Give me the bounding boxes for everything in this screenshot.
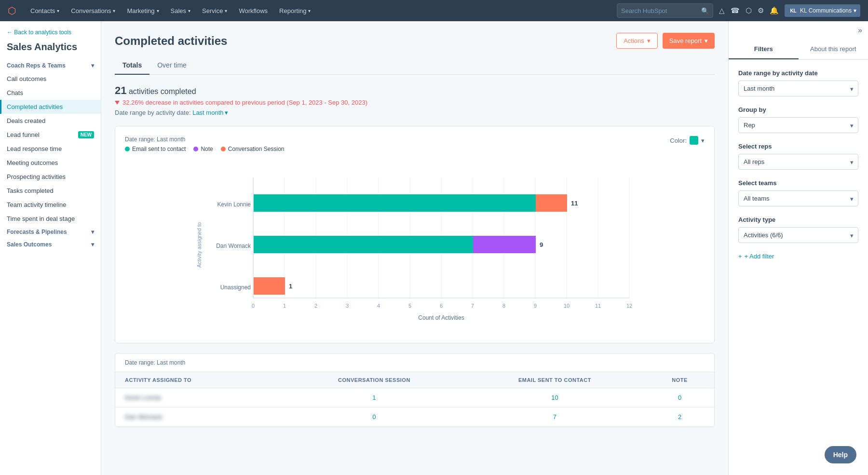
notifications-icon[interactable]: 🔔: [770, 6, 779, 15]
sidebar-item-completed-activities[interactable]: Completed activities: [0, 100, 101, 114]
sidebar-section-forecasts[interactable]: Forecasts & Pipelines ▾: [0, 226, 101, 238]
settings-icon[interactable]: ⚙: [758, 6, 764, 15]
actions-chevron-icon: ▾: [647, 37, 651, 44]
sidebar-item-call-outcomes[interactable]: Call outcomes: [0, 72, 101, 86]
save-report-button[interactable]: Save report ▾: [663, 33, 715, 49]
app-body: ← Back to analytics tools Sales Analytic…: [0, 21, 868, 475]
date-range-link[interactable]: Last month ▾: [192, 109, 228, 116]
row-2-name: Dan Womack: [115, 407, 284, 427]
activity-select[interactable]: Activities (6/6): [738, 227, 858, 243]
sidebar-item-lead-response[interactable]: Lead response time: [0, 142, 101, 156]
chart-date-label: Date range: Last month: [125, 136, 284, 143]
row-1-conv: 1: [284, 388, 464, 407]
upgrade-icon[interactable]: △: [719, 6, 725, 15]
legend-note: Note: [193, 146, 213, 152]
svg-text:7: 7: [471, 303, 474, 309]
svg-text:8: 8: [502, 303, 505, 309]
legend-conv: Conversation Session: [221, 146, 285, 152]
filter-reps: Select reps All reps: [738, 143, 858, 170]
bar-chart: Activity assigned to: [125, 158, 705, 333]
nav-left: ⬡ Contacts ▾ Conversations ▾ Marketing ▾…: [8, 0, 315, 21]
actions-button[interactable]: Actions ▾: [616, 33, 658, 49]
filter-groupby-label: Group by: [738, 106, 858, 113]
sidebar-item-prospecting[interactable]: Prospecting activities: [0, 170, 101, 184]
table-row: Kevin Lonnie 1 10 0: [115, 388, 714, 407]
tab-totals[interactable]: Totals: [115, 56, 149, 75]
sidebar-item-lead-funnel[interactable]: Lead funnel NEW: [0, 128, 101, 142]
sidebar-item-time-spent[interactable]: Time spent in deal stage: [0, 212, 101, 226]
nav-marketing[interactable]: Marketing ▾: [122, 0, 163, 21]
stats-section: 21 activities completed 32.26% decrease …: [115, 84, 715, 116]
section-collapse-icon: ▾: [91, 62, 94, 69]
panel-tab-about[interactable]: About this report: [799, 40, 868, 59]
section-collapse-icon: ▾: [91, 241, 94, 248]
svg-text:3: 3: [346, 303, 349, 309]
row-2-note: 2: [645, 407, 714, 427]
section-collapse-icon: ▾: [91, 229, 94, 235]
nav-service[interactable]: Service ▾: [197, 0, 232, 21]
sidebar-item-deals-created[interactable]: Deals created: [0, 114, 101, 128]
sidebar: ← Back to analytics tools Sales Analytic…: [0, 21, 101, 475]
sidebar-title: Sales Analytics: [0, 40, 101, 59]
svg-text:12: 12: [626, 303, 632, 309]
reps-select-wrapper: All reps: [738, 154, 858, 170]
add-filter-button[interactable]: + + Add filter: [738, 253, 858, 260]
nav-workflows[interactable]: Workflows: [234, 0, 272, 21]
chart-card: Date range: Last month Email sent to con…: [115, 126, 715, 343]
filter-group-by: Group by Rep: [738, 106, 858, 133]
nav-sales[interactable]: Sales ▾: [166, 0, 196, 21]
reps-select[interactable]: All reps: [738, 154, 858, 170]
svg-rect-16: [254, 194, 536, 212]
filter-activity-type: Activity type Activities (6/6): [738, 216, 858, 243]
color-picker[interactable]: Color: ▾: [670, 136, 705, 145]
activities-table: Activity assigned to Conversation Sessio…: [115, 372, 714, 427]
panel-collapse-button[interactable]: »: [729, 21, 868, 40]
user-chevron-icon: ▾: [854, 7, 856, 14]
filter-teams-label: Select teams: [738, 179, 858, 187]
page-title: Completed activities: [115, 34, 227, 48]
nav-conversations[interactable]: Conversations ▾: [66, 0, 120, 21]
row-1-note: 0: [645, 388, 714, 407]
search-input[interactable]: [621, 7, 701, 14]
svg-text:4: 4: [377, 303, 380, 309]
sidebar-items-coach: Call outcomes Chats Completed activities…: [0, 72, 101, 226]
svg-rect-17: [536, 194, 567, 212]
date-range-select[interactable]: Last month: [738, 81, 858, 96]
search-box[interactable]: 🔍: [617, 3, 713, 18]
svg-text:1: 1: [289, 283, 292, 290]
nav-contacts[interactable]: Contacts ▾: [26, 0, 64, 21]
activity-select-wrapper: Activities (6/6): [738, 227, 858, 243]
svg-rect-21: [473, 236, 536, 253]
group-by-select[interactable]: Rep: [738, 117, 858, 133]
back-to-analytics[interactable]: ← Back to analytics tools: [0, 21, 101, 40]
teams-select[interactable]: All teams: [738, 190, 858, 206]
search-icon: 🔍: [701, 7, 709, 14]
legend-email: Email sent to contact: [125, 146, 186, 152]
user-menu[interactable]: KL KL Communications ▾: [785, 4, 860, 17]
hubspot-logo[interactable]: ⬡: [8, 5, 16, 16]
chart-header: Date range: Last month Email sent to con…: [125, 136, 705, 152]
row-2-email: 7: [464, 407, 646, 427]
sidebar-item-meeting-outcomes[interactable]: Meeting outcomes: [0, 156, 101, 170]
svg-text:9: 9: [540, 241, 543, 248]
nav-reporting[interactable]: Reporting ▾: [274, 0, 315, 21]
sidebar-item-chats[interactable]: Chats: [0, 86, 101, 100]
call-icon[interactable]: ☎: [731, 6, 740, 15]
table-date-label: Date range: Last month: [115, 353, 714, 372]
sidebar-item-tasks-completed[interactable]: Tasks completed: [0, 184, 101, 198]
sidebar-section-outcomes[interactable]: Sales Outcomes ▾: [0, 238, 101, 251]
sidebar-section-coach[interactable]: Coach Reps & Teams ▾: [0, 59, 101, 72]
col-assigned-to: Activity assigned to: [115, 372, 284, 388]
marketplace-icon[interactable]: ⬡: [746, 6, 752, 15]
nav-right: 🔍 △ ☎ ⬡ ⚙ 🔔 KL KL Communications ▾: [617, 3, 860, 18]
sidebar-item-team-activity[interactable]: Team activity timeline: [0, 198, 101, 212]
help-button[interactable]: Help: [825, 446, 856, 463]
panel-tab-filters[interactable]: Filters: [729, 40, 799, 59]
row-1-email: 10: [464, 388, 646, 407]
svg-text:10: 10: [564, 303, 570, 309]
filter-date-label: Date range by activity date: [738, 69, 858, 77]
svg-text:Kevin Lonnie: Kevin Lonnie: [217, 201, 251, 208]
svg-rect-24: [254, 277, 285, 295]
tab-over-time[interactable]: Over time: [149, 56, 194, 75]
color-chevron-icon: ▾: [701, 137, 705, 144]
